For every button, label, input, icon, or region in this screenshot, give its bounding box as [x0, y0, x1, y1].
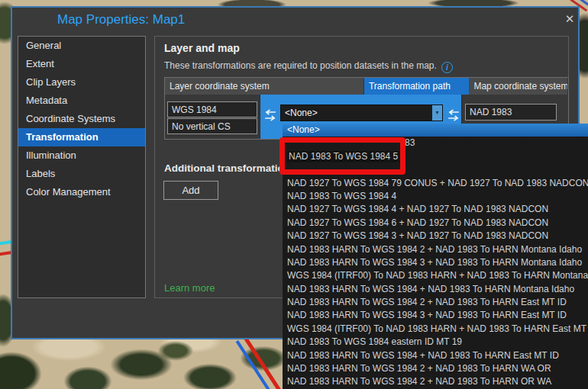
dropdown-option[interactable]: NAD 1983 To WGS 1984 4	[283, 190, 588, 203]
table-header-cell: Layer coordinate system	[165, 78, 364, 95]
sidebar-item[interactable]: Illumination	[18, 146, 145, 165]
dropdown-option[interactable]: <None>	[283, 124, 588, 137]
dialog-title: Map Properties: Map1	[57, 12, 185, 27]
add-button[interactable]: Add	[163, 181, 218, 200]
table-header-cell: Transformation path	[364, 78, 469, 95]
chevron-down-icon[interactable]: ▼	[432, 105, 442, 121]
dropdown-option[interactable]: NAD 1927 To WGS 1984 6 + NAD 1927 To NAD…	[283, 217, 588, 230]
section-subtext: These transformations are required to po…	[164, 60, 453, 73]
dropdown-option[interactable]: NAD 1983 HARN To WGS 1984 2 + NAD 1983 T…	[283, 243, 588, 256]
layer-vertical-cs-field[interactable]: No vertical CS	[167, 118, 257, 134]
dropdown-option[interactable]: NAD 1983 HARN To WGS 1984 2 + NAD 1983 T…	[283, 375, 588, 388]
red-highlight-box	[279, 137, 405, 175]
sidebar-item[interactable]: Metadata	[18, 92, 145, 110]
info-icon[interactable]: i	[441, 62, 453, 73]
learn-more-link[interactable]: Learn more	[164, 282, 215, 294]
sidebar-item[interactable]: General	[18, 37, 145, 55]
sidebar-item[interactable]: Extent	[18, 55, 145, 73]
swap-arrows-icon[interactable]	[444, 108, 463, 122]
layer-cs-field[interactable]: WGS 1984	[167, 101, 257, 117]
dropdown-option[interactable]: WGS 1984 (ITRF00) To NAD 1983 HARN + NAD…	[283, 323, 588, 336]
close-icon[interactable]: ✕	[562, 11, 577, 27]
sidebar-item[interactable]: Coordinate Systems	[18, 110, 145, 128]
sidebar-item[interactable]: Color Management	[18, 183, 145, 201]
additional-transformations-heading: Additional transformations	[164, 162, 296, 174]
table-header-cell: Map coordinate system	[469, 78, 568, 95]
transformation-path-combobox[interactable]: <None> ▼	[280, 104, 443, 121]
dropdown-option[interactable]: NAD 1983 To WGS 1984 eastern ID MT 19	[283, 336, 588, 349]
map-track-blue-diagonal	[236, 340, 274, 389]
dropdown-option[interactable]: NAD 1927 To WGS 1984 3 + NAD 1927 To NAD…	[283, 230, 588, 243]
dropdown-option[interactable]: NAD 1983 HARN To WGS 1984 2 + NAD 1983 T…	[283, 296, 588, 309]
dropdown-option[interactable]: NAD 1927 To WGS 1984 79 CONUS + NAD 1927…	[283, 177, 588, 190]
sidebar-item[interactable]: Transformation	[18, 128, 145, 146]
layer-coordinate-system-cell: WGS 1984 No vertical CS	[165, 95, 260, 139]
dropdown-option[interactable]: NAD 1983 HARN To WGS 1984 + NAD 1983 To …	[283, 283, 588, 296]
dropdown-option[interactable]: NAD 1983 HARN To WGS 1984 + NAD 1983 To …	[283, 349, 588, 362]
combobox-value: <None>	[285, 105, 318, 121]
section-heading: Layer and map	[164, 42, 240, 54]
table-header-row: Layer coordinate system Transformation p…	[165, 78, 568, 95]
swap-arrows-icon[interactable]	[261, 108, 279, 122]
dropdown-option[interactable]: NAD 1983 HARN To WGS 1984 2 + NAD 1983 T…	[283, 362, 588, 375]
dropdown-option[interactable]: NAD 1927 To WGS 1984 4 + NAD 1927 To NAD…	[283, 203, 588, 216]
properties-sidebar: General Extent Clip Layers Metadata Coor…	[18, 36, 146, 298]
dropdown-option[interactable]: NAD 1983 HARN To WGS 1984 3 + NAD 1983 T…	[283, 309, 588, 322]
dropdown-option[interactable]: NAD 1983 HARN To WGS 1984 3 + NAD 1983 T…	[283, 256, 588, 269]
sidebar-item[interactable]: Clip Layers	[18, 73, 145, 92]
map-cs-field[interactable]: NAD 1983	[465, 104, 557, 121]
sidebar-item[interactable]: Labels	[18, 165, 145, 183]
dropdown-option[interactable]: WGS 1984 (ITRF00) To NAD 1983 HARN + NAD…	[283, 269, 588, 282]
obscured-option-fragment: 83	[405, 137, 415, 149]
